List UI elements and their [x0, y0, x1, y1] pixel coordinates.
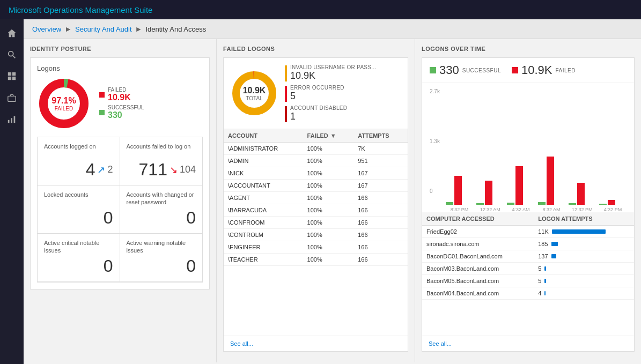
bar-group	[476, 181, 504, 205]
stat-changed-password[interactable]: Accounts with changed or reset password …	[120, 185, 203, 234]
svg-point-0	[9, 51, 13, 56]
stat-accounts-failed[interactable]: Accounts failed to log on 711↘104	[120, 137, 203, 185]
svg-rect-5	[12, 77, 16, 80]
arrow-up-icon: ↗	[97, 164, 105, 176]
table-row[interactable]: sironadc.sirona.com 185	[422, 238, 634, 250]
logons-header: 330 SUCCESSFUL 10.9K FAILED	[422, 58, 634, 83]
table-row[interactable]: \ENGINEER 100% 166	[224, 241, 408, 254]
attempts-cell: 5	[534, 263, 634, 275]
y-label-bot: 0	[430, 188, 440, 194]
account-cell: \CONFROOM	[224, 217, 303, 229]
account-cell: \NICK	[224, 167, 303, 180]
bar-red	[515, 166, 523, 205]
x-label: 8:32 AM	[538, 207, 565, 212]
logons-successful-stat: 330 SUCCESSFUL	[430, 63, 501, 77]
table-row[interactable]: \ACCOUNTANT 100% 167	[224, 180, 408, 192]
table-row[interactable]: \TEACHER 100% 166	[224, 254, 408, 266]
table-row[interactable]: \ADMINISTRATOR 100% 7K	[224, 143, 408, 155]
stat-failed-label: Accounts failed to log on	[127, 143, 196, 150]
bar-inline-icon	[552, 229, 606, 234]
breadcrumb-overview[interactable]: Overview	[32, 25, 61, 33]
th-logon-attempts: LOGON ATTEMPTS	[534, 212, 634, 226]
failed-logons-title: FAILED LOGONS	[223, 46, 408, 52]
bar-inline-icon	[544, 291, 546, 295]
successful-label: SUCCESSFUL	[462, 68, 501, 73]
table-row[interactable]: BaconDC01.BaconLand.com 137	[422, 250, 634, 263]
computer-cell: sironadc.sirona.com	[422, 238, 534, 250]
table-row[interactable]: \CONTROLM 100% 166	[224, 229, 408, 241]
table-row[interactable]: \BARRACUDA 100% 166	[224, 204, 408, 217]
table-row[interactable]: BaconM04.BaconLand.com 4	[422, 287, 634, 300]
breadcrumb-security[interactable]: Security And Audit	[75, 25, 132, 33]
failed-see-all[interactable]: See all...	[224, 336, 408, 351]
failed-cell: 100%	[303, 254, 354, 266]
svg-line-1	[13, 56, 16, 58]
stat-failed-num: 711	[139, 160, 167, 180]
logons-over-time-panel: LOGONS OVER TIME 330 SUCCESSFUL	[415, 39, 641, 362]
svg-rect-7	[8, 120, 10, 123]
failed-color	[512, 67, 518, 73]
stat-changed-value: 0	[127, 208, 196, 228]
attempts-cell: 166	[353, 217, 408, 229]
legend-failed-value: 10.9K	[108, 93, 131, 102]
bar-red	[608, 200, 615, 205]
svg-rect-3	[12, 72, 16, 76]
svg-rect-8	[11, 118, 12, 123]
identity-posture-panel: IDENTITY POSTURE Logons 97.1%	[24, 39, 217, 362]
nav-search[interactable]	[2, 45, 21, 64]
failed-logons-panel: FAILED LOGONS 10.9K TOTAL	[217, 39, 415, 362]
failed-leg-invalid: INVALID USERNAME OR PASS... 10.9K	[285, 64, 377, 81]
failed-cell: 100%	[303, 229, 354, 241]
bar-red	[454, 176, 462, 205]
failed-inner: 10.9K TOTAL INVALID USERNAME OR PASS... …	[223, 57, 408, 352]
bar-inline-icon	[551, 242, 558, 246]
table-row[interactable]: FriedEgg02 11K	[422, 225, 634, 238]
stat-failed-secondary: 104	[180, 164, 196, 175]
table-row[interactable]: BaconM03.BaconLand.com 5	[422, 263, 634, 275]
attempts-cell: 7K	[353, 143, 408, 155]
nav-dashboard[interactable]	[2, 66, 21, 86]
failed-leg-disabled-content: ACCOUNT DISABLED 1	[290, 105, 347, 122]
th-failed[interactable]: FAILED ▼	[303, 129, 354, 143]
nav-briefcase[interactable]	[2, 88, 21, 107]
failed-val: 10.9K	[521, 63, 552, 77]
legend-failed-label: FAILED	[108, 87, 131, 93]
logons-donut: 97.1% FAILED	[37, 77, 91, 130]
nav-chart[interactable]	[2, 109, 21, 129]
stat-warning-num: 0	[186, 256, 196, 276]
failed-total-label: TOTAL	[243, 95, 266, 101]
th-attempts: ATTEMPTS	[353, 129, 408, 143]
bar-red	[485, 181, 492, 205]
logons-title: Logons	[37, 64, 203, 72]
breadcrumb-sep-1: ►	[64, 25, 72, 33]
stat-accounts-loggedon[interactable]: Accounts logged on 4↗2	[38, 137, 120, 185]
account-cell: \CONTROLM	[224, 229, 303, 241]
nav-home[interactable]	[2, 24, 21, 43]
stat-warning[interactable]: Active warning notable issues 0	[120, 234, 203, 282]
failed-cell: 100%	[303, 204, 354, 217]
computer-cell: FriedEgg02	[422, 225, 534, 238]
failed-total-val: 10.9K	[243, 86, 266, 95]
computer-see-all[interactable]: See all...	[422, 336, 634, 351]
attempts-cell: 137	[534, 250, 634, 263]
bar-red	[577, 183, 585, 205]
table-row[interactable]: \NICK 100% 167	[224, 167, 408, 180]
failed-chart-top: 10.9K TOTAL INVALID USERNAME OR PASS... …	[224, 58, 408, 129]
table-row[interactable]: BaconM05.BaconLand.com 5	[422, 275, 634, 287]
attempts-cell: 185	[534, 238, 634, 250]
svg-rect-6	[8, 96, 16, 101]
account-cell: \AGENT	[224, 192, 303, 204]
stat-failed-value: 711↘104	[127, 160, 196, 180]
attempts-cell: 11K	[534, 226, 634, 238]
stat-critical[interactable]: Active critical notable issues 0	[38, 234, 120, 282]
stats-grid: Accounts logged on 4↗2 Accounts failed t…	[37, 137, 203, 283]
attempts-cell: 5	[534, 275, 634, 287]
table-row[interactable]: \AGENT 100% 166	[224, 192, 408, 204]
computer-cell: BaconM03.BaconLand.com	[422, 263, 534, 275]
table-row[interactable]: \ADMIN 100% 951	[224, 155, 408, 167]
table-row[interactable]: \CONFROOM 100% 166	[224, 217, 408, 229]
stat-locked[interactable]: Locked accounts 0	[38, 185, 120, 234]
account-cell: \ACCOUNTANT	[224, 180, 303, 192]
computer-table: COMPUTER ACCESSED LOGON ATTEMPTS FriedEg…	[422, 212, 634, 336]
failed-cell: 100%	[303, 180, 354, 192]
